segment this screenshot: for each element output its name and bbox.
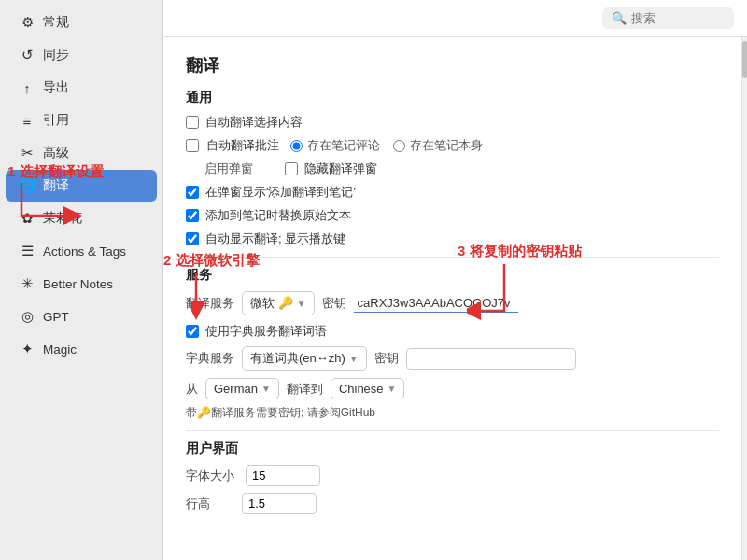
from-language-value: German <box>214 382 258 396</box>
services-group-title: 服务 <box>186 267 719 284</box>
auto-translate-selection-checkbox[interactable] <box>186 116 199 129</box>
main-content: 🔍 翻译 通用 自动翻译选择内容 自动翻译批注 <box>163 0 747 560</box>
replace-original-checkbox[interactable] <box>186 209 199 222</box>
radio-comment-label[interactable]: 存在笔记评论 <box>307 137 380 154</box>
dictionary-service-row: 字典服务 有道词典(en↔zh) ▼ 密钥 <box>186 346 719 371</box>
sidebar-icon-sync: ↺ <box>19 47 35 63</box>
sidebar-item-general[interactable]: ⚙常规 <box>6 7 157 38</box>
radio-comment[interactable] <box>290 140 303 152</box>
sidebar-item-advanced[interactable]: ✂高级 <box>6 137 157 169</box>
sidebar-icon-general: ⚙ <box>19 14 35 31</box>
show-add-to-note-label[interactable]: 在弹窗显示'添加翻译到笔记' <box>205 184 356 201</box>
translate-key-input[interactable] <box>354 294 518 313</box>
radio-body[interactable] <box>393 140 405 152</box>
sidebar-label-gpt: GPT <box>43 310 69 324</box>
sidebar-icon-jasmine: ✿ <box>19 210 35 227</box>
divider-1 <box>186 257 719 258</box>
auto-translate-selection-row: 自动翻译选择内容 <box>186 114 719 131</box>
use-dictionary-row: 使用字典服务翻译词语 <box>186 323 719 340</box>
show-add-to-note-checkbox[interactable] <box>186 186 199 199</box>
sidebar-item-magic[interactable]: ✦Magic <box>6 333 157 365</box>
search-input[interactable] <box>631 11 725 25</box>
chevron-down-icon-4: ▼ <box>388 384 397 394</box>
sidebar-item-gpt[interactable]: ◎GPT <box>6 301 157 332</box>
auto-show-playback-row: 自动显示翻译; 显示播放键 <box>186 231 719 247</box>
auto-translate-annotations-row: 自动翻译批注 存在笔记评论 存在笔记本身 <box>186 137 719 154</box>
auto-translate-annotations-checkbox[interactable] <box>186 139 199 152</box>
ui-section-title: 用户界面 <box>186 441 719 457</box>
sidebar-item-jasmine[interactable]: ✿茉莉花 <box>6 203 157 234</box>
hide-popup-checkbox[interactable] <box>285 162 298 175</box>
translate-service-label: 翻译服务 <box>186 295 234 312</box>
auto-show-playback-label[interactable]: 自动显示翻译; 显示播放键 <box>205 231 345 247</box>
to-language-value: Chinese <box>339 382 384 396</box>
sidebar-label-sync: 同步 <box>43 47 69 63</box>
general-group-title: 通用 <box>186 90 719 106</box>
translate-service-select[interactable]: 微软 🔑 ▼ <box>242 291 315 315</box>
chevron-down-icon: ▼ <box>297 299 306 309</box>
sidebar-label-translate: 翻译 <box>43 177 69 194</box>
from-to-row: 从 German ▼ 翻译到 Chinese ▼ <box>186 378 719 399</box>
replace-original-row: 添加到笔记时替换原始文本 <box>186 207 719 224</box>
settings-scroll-area: 翻译 通用 自动翻译选择内容 自动翻译批注 存在笔记评论 <box>163 37 741 560</box>
sidebar-label-advanced: 高级 <box>43 145 69 161</box>
sidebar-item-citation[interactable]: ≡引用 <box>6 105 157 136</box>
sidebar-icon-export: ↑ <box>19 80 35 96</box>
translate-service-value: 微软 🔑 <box>250 295 293 312</box>
use-dictionary-checkbox[interactable] <box>186 325 199 338</box>
auto-translate-annotations-label[interactable]: 自动翻译批注 <box>206 137 279 154</box>
sidebar-label-jasmine: 茉莉花 <box>43 210 82 227</box>
dictionary-service-value: 有道词典(en↔zh) <box>250 350 345 367</box>
sidebar-icon-better-notes: ✳ <box>19 275 35 292</box>
sidebar-label-actions-tags: Actions & Tags <box>43 245 126 259</box>
dictionary-key-input[interactable] <box>406 348 576 370</box>
sidebar-label-export: 导出 <box>43 79 69 96</box>
sidebar-icon-actions-tags: ☰ <box>19 243 35 259</box>
font-size-input[interactable] <box>246 465 320 486</box>
line-height-input[interactable] <box>242 493 317 514</box>
dictionary-service-select[interactable]: 有道词典(en↔zh) ▼ <box>242 346 367 371</box>
sidebar-icon-citation: ≡ <box>19 113 35 129</box>
sidebar-label-general: 常规 <box>43 14 69 31</box>
auto-translate-selection-label[interactable]: 自动翻译选择内容 <box>205 114 303 131</box>
divider-2 <box>186 430 719 431</box>
auto-show-playback-checkbox[interactable] <box>186 232 199 245</box>
sidebar: ⚙常规↺同步↑导出≡引用✂高级🌐翻译✿茉莉花☰Actions & Tags✳Be… <box>0 0 163 560</box>
show-popup-label: 启用弹窗 <box>204 161 253 177</box>
scroll-thumb[interactable] <box>742 41 747 78</box>
radio-body-label[interactable]: 存在笔记本身 <box>410 137 483 154</box>
sidebar-label-better-notes: Better Notes <box>43 277 113 291</box>
sidebar-item-translate[interactable]: 🌐翻译 <box>6 170 157 202</box>
sidebar-label-citation: 引用 <box>43 112 69 129</box>
replace-original-label[interactable]: 添加到笔记时替换原始文本 <box>205 207 351 224</box>
sidebar-label-magic: Magic <box>43 343 77 357</box>
line-height-row: 行高 <box>186 493 719 514</box>
search-icon: 🔍 <box>612 11 627 25</box>
sidebar-icon-magic: ✦ <box>19 341 35 357</box>
note-text: 带🔑翻译服务需要密钥; 请参阅GitHub <box>186 405 719 421</box>
sidebar-item-export[interactable]: ↑导出 <box>6 72 157 104</box>
sidebar-item-actions-tags[interactable]: ☰Actions & Tags <box>6 235 157 267</box>
use-dictionary-label[interactable]: 使用字典服务翻译词语 <box>205 323 327 340</box>
to-language-select[interactable]: Chinese ▼ <box>331 378 405 399</box>
page-title: 翻译 <box>186 54 719 77</box>
chevron-down-icon-2: ▼ <box>349 354 359 364</box>
key-label: 密钥 <box>322 295 346 312</box>
dictionary-key-label: 密钥 <box>374 350 399 367</box>
from-language-select[interactable]: German ▼ <box>205 378 279 399</box>
sidebar-icon-gpt: ◎ <box>19 308 35 325</box>
hide-popup-row: 启用弹窗 隐藏翻译弹窗 <box>204 161 719 177</box>
sidebar-item-sync[interactable]: ↺同步 <box>6 39 157 71</box>
sidebar-icon-advanced: ✂ <box>19 145 35 161</box>
from-label: 从 <box>186 381 198 398</box>
translate-service-row: 翻译服务 微软 🔑 ▼ 密钥 <box>186 291 719 315</box>
hide-popup-label[interactable]: 隐藏翻译弹窗 <box>304 161 377 177</box>
note-text-content: 带🔑翻译服务需要密钥; 请参阅GitHub <box>186 405 375 421</box>
sidebar-item-better-notes[interactable]: ✳Better Notes <box>6 268 157 300</box>
to-label: 翻译到 <box>287 381 323 398</box>
search-box[interactable]: 🔍 <box>602 7 734 29</box>
radio-body-row: 存在笔记本身 <box>393 137 483 154</box>
topbar: 🔍 <box>163 0 747 37</box>
line-height-label: 行高 <box>186 496 231 512</box>
annotation-radio-group: 存在笔记评论 存在笔记本身 <box>290 137 483 154</box>
